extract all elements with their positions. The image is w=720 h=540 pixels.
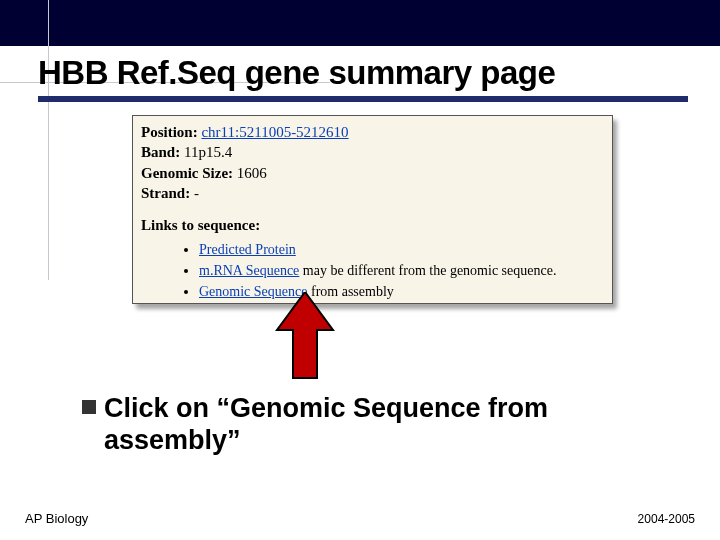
strand-row: Strand: - (141, 183, 604, 203)
position-row: Position: chr11:5211005-5212610 (141, 122, 604, 142)
title-underline (38, 96, 688, 102)
instruction: Click on “Genomic Sequence from assembly… (82, 392, 690, 457)
links-list: Predicted Protein m.RNA Sequence may be … (199, 241, 604, 302)
strand-value: - (194, 185, 199, 201)
title-block: HBB Ref.Seq gene summary page (38, 54, 688, 102)
genomic-size-row: Genomic Size: 1606 (141, 163, 604, 183)
gene-summary-panel: Position: chr11:5211005-5212610 Band: 11… (132, 115, 613, 304)
links-heading: Links to sequence: (141, 215, 604, 235)
predicted-protein-link[interactable]: Predicted Protein (199, 242, 296, 257)
position-label: Position: (141, 124, 198, 140)
band-label: Band: (141, 144, 180, 160)
link-item-protein: Predicted Protein (199, 241, 604, 260)
link-item-genomic: Genomic Sequence from assembly (199, 283, 604, 302)
slide-top-bar (0, 0, 720, 46)
instruction-text: Click on “Genomic Sequence from assembly… (104, 392, 690, 457)
footer-left: AP Biology (25, 511, 88, 526)
position-link[interactable]: chr11:5211005-5212610 (201, 124, 348, 140)
genomic-size-label: Genomic Size: (141, 165, 233, 181)
svg-marker-0 (277, 292, 333, 378)
red-arrow-icon (275, 292, 335, 380)
genomic-size-value: 1606 (237, 165, 267, 181)
footer-right: 2004-2005 (638, 512, 695, 526)
link-item-mrna: m.RNA Sequence may be different from the… (199, 262, 604, 281)
band-value: 11p15.4 (184, 144, 232, 160)
strand-label: Strand: (141, 185, 190, 201)
decor-line-v (48, 0, 49, 280)
mrna-suffix: may be different from the genomic sequen… (299, 263, 556, 278)
band-row: Band: 11p15.4 (141, 142, 604, 162)
slide-title: HBB Ref.Seq gene summary page (38, 54, 688, 92)
mrna-sequence-link[interactable]: m.RNA Sequence (199, 263, 299, 278)
bullet-icon (82, 400, 96, 414)
arrow-icon (275, 292, 335, 380)
